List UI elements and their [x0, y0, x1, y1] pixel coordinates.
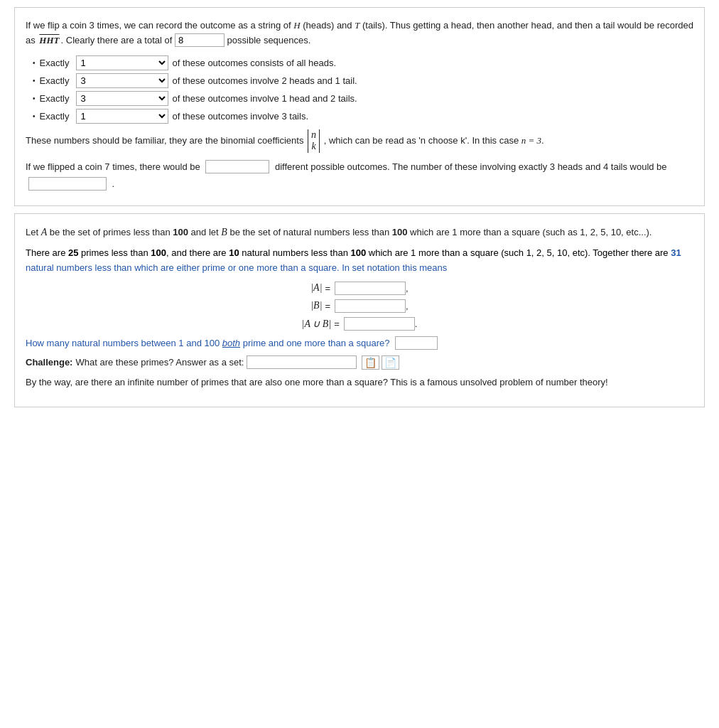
coin7-tails-input[interactable] — [28, 177, 107, 191]
natural-question-row: How many natural numbers between 1 and 1… — [26, 336, 693, 350]
body-text1: There are — [26, 247, 68, 258]
setB-row: |B| = , — [26, 299, 693, 313]
bullet1-text: of these outcomes consists of all heads. — [173, 58, 337, 68]
both-label: both — [222, 338, 240, 348]
coin-intro-part2: (heads) and — [301, 20, 355, 31]
coin-section: If we flip a coin 3 times, we can record… — [14, 7, 705, 206]
challenge-row: Challenge: What are these primes? Answer… — [26, 355, 693, 370]
coin7-text2: different possible outcomes. The number … — [275, 161, 667, 172]
setB-comma: , — [406, 301, 409, 311]
setA-label: |A| — [310, 282, 322, 294]
coin7-outcomes-input[interactable] — [205, 160, 269, 173]
challenge-input[interactable] — [247, 355, 357, 369]
setA-row: |A| = , — [26, 282, 693, 295]
bullet-row-3: • Exactly 1 2 3 4 of these outcomes invo… — [33, 91, 693, 106]
coin7-line: If we flipped a coin 7 times, there woul… — [26, 159, 693, 192]
setB-label: |B| — [310, 300, 322, 311]
bullet3-text: of these outcomes involve 1 head and 2 t… — [173, 93, 357, 104]
binom-n: n — [311, 129, 316, 141]
bullet-dot-3: • — [33, 95, 36, 102]
sets-intro-part3: and let — [188, 227, 221, 237]
B-math-label: B — [221, 227, 227, 237]
setB-input[interactable] — [335, 299, 406, 313]
bullet-dot-1: • — [33, 59, 36, 67]
H-label: H — [293, 20, 300, 31]
num100-4: 100 — [350, 247, 366, 258]
body-text5: which are 1 more than a square (such 1, … — [366, 247, 671, 258]
num10: 10 — [229, 247, 239, 258]
HHT-label: HHT — [39, 35, 59, 46]
sets-body: There are 25 primes less than 100, and t… — [26, 246, 693, 276]
coin-intro-part4: . Clearly there are a total of — [61, 35, 173, 46]
possible-text: possible sequences. — [227, 35, 311, 46]
body-text2: primes less than — [78, 247, 151, 258]
sets-intro-part5: which are 1 more than a square (such as … — [408, 227, 652, 237]
body-text7: which are either prime or one more than … — [134, 262, 447, 273]
num100-1: 100 — [173, 227, 188, 237]
setAUB-equals: = — [334, 318, 340, 329]
bullet-row-4: • Exactly 1 2 3 4 of these outcomes invo… — [33, 109, 693, 124]
bullet2-text: of these outcomes involve 2 heads and 1 … — [173, 75, 357, 86]
setAUB-label: |A ∪ B| — [302, 318, 332, 330]
bullet3-select[interactable]: 1 2 3 4 — [76, 91, 168, 106]
setA-input[interactable] — [335, 282, 406, 295]
sets-section: Let A be the set of primes less than 100… — [14, 213, 705, 407]
bullet4-text: of these outcomes involve 3 tails. — [173, 111, 309, 122]
setA-comma: , — [406, 283, 409, 294]
body-text6: natural numbers less than — [26, 262, 134, 273]
body-text3: , and there are — [166, 247, 229, 258]
binom-symbol: n k — [308, 129, 320, 154]
sets-intro-part1: Let — [26, 227, 41, 237]
sets-intro-part2: be the set of primes less than — [47, 227, 173, 237]
setAUB-comma: . — [415, 318, 418, 329]
challenge-label: Challenge: — [26, 357, 72, 368]
bullet2-select[interactable]: 1 2 3 4 — [76, 73, 168, 88]
exactly-label-4: Exactly — [40, 111, 72, 122]
num31: 31 — [671, 247, 681, 258]
body-text4: natural numbers less than — [239, 247, 351, 258]
binom-text2: , which can be read as 'n choose k'. In … — [324, 135, 519, 146]
binom-k: k — [311, 141, 315, 153]
bullet-row-1: • Exactly 1 2 3 4 of these outcomes cons… — [33, 55, 693, 70]
bullet4-select[interactable]: 1 2 3 4 — [76, 109, 168, 124]
exactly-label-3: Exactly — [40, 93, 72, 104]
natural-question-text1: How many natural numbers between 1 and 1… — [26, 338, 220, 348]
exactly-label-2: Exactly — [40, 75, 72, 86]
num25: 25 — [68, 247, 78, 258]
final-note: By the way, are there an infinite number… — [26, 375, 693, 390]
setAUB-row: |A ∪ B| = . — [26, 317, 693, 331]
natural-question-text2: prime and one more than a square? — [243, 338, 390, 348]
bullet-dot-2: • — [33, 77, 36, 85]
coin-intro-part1: If we flip a coin 3 times, we can record… — [26, 20, 293, 31]
sets-intro-part4: be the set of natural numbers less than — [227, 227, 392, 237]
n-eq: n = 3 — [521, 135, 541, 146]
binomial-line: These numbers should be familiar, they a… — [26, 129, 693, 154]
coin7-text1: If we flipped a coin 7 times, there woul… — [26, 161, 200, 172]
bullet-row-2: • Exactly 1 2 3 4 of these outcomes invo… — [33, 73, 693, 88]
challenge-icon-btn-1[interactable]: 📋 — [362, 355, 379, 370]
bullet-dot-4: • — [33, 112, 36, 120]
challenge-icon-btn-2[interactable]: 📄 — [382, 355, 399, 370]
total-sequences-input[interactable] — [175, 33, 225, 47]
num100-2: 100 — [392, 227, 408, 237]
exactly-label-1: Exactly — [40, 58, 72, 68]
setAUB-input[interactable] — [344, 317, 415, 331]
setA-equals: = — [325, 283, 331, 294]
A-math-label: A — [41, 227, 48, 237]
binom-text1: These numbers should be familiar, they a… — [26, 135, 303, 146]
natural-answer-input[interactable] — [395, 336, 438, 350]
num100-3: 100 — [151, 247, 166, 258]
challenge-text: What are these primes? Answer as a set: — [75, 357, 244, 368]
bullet1-select[interactable]: 1 2 3 4 — [76, 55, 168, 70]
sets-intro: Let A be the set of primes less than 100… — [26, 225, 693, 240]
setB-equals: = — [325, 301, 331, 311]
coin-intro-text: If we flip a coin 3 times, we can record… — [26, 18, 693, 48]
